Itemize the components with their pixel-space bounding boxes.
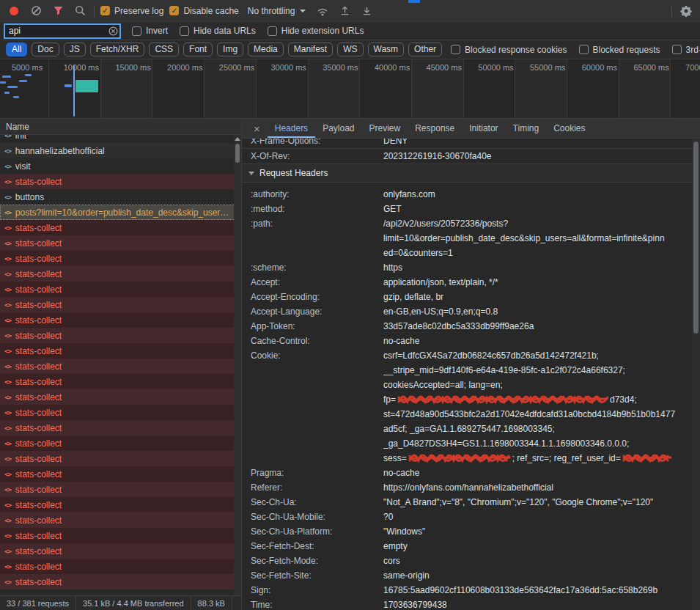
request-row-stats-collect[interactable]: <>stats-collect: [0, 512, 241, 528]
request-list-scrollbar[interactable]: [234, 135, 241, 595]
tab-timing[interactable]: Timing: [506, 119, 547, 138]
details-pane: × HeadersPayloadPreviewResponseInitiator…: [242, 119, 700, 610]
tab-response[interactable]: Response: [408, 119, 462, 138]
request-row-stats-collect[interactable]: <>stats-collect: [0, 359, 241, 374]
tab-headers[interactable]: Headers: [268, 119, 315, 138]
tab-preview[interactable]: Preview: [362, 119, 408, 138]
header-name: Referer:: [242, 480, 383, 495]
clear-filter-icon[interactable]: [108, 26, 118, 36]
type-chip-manifest[interactable]: Manifest: [288, 43, 333, 56]
record-button[interactable]: [6, 2, 22, 20]
request-row-stats-collect[interactable]: <>stats-collect: [0, 482, 241, 497]
timeline-gridline: [204, 59, 205, 118]
request-row-stats-collect[interactable]: <>stats-collect: [0, 420, 241, 436]
details-scrollbar[interactable]: [692, 139, 700, 610]
search-button[interactable]: [72, 2, 88, 20]
type-chip-js[interactable]: JS: [64, 43, 86, 56]
request-row-init[interactable]: <>init: [0, 135, 241, 143]
type-chip-fetch-xhr[interactable]: Fetch/XHR: [90, 43, 145, 56]
header-row-cookie: Cookie:csrf=LdfcGX4Sa72db06824c657db26a5…: [242, 348, 692, 466]
disable-cache-checkbox[interactable]: Disable cache: [169, 6, 238, 16]
network-conditions-button[interactable]: [314, 2, 331, 20]
request-row-stats-collect[interactable]: <>stats-collect: [0, 251, 241, 266]
throttling-dropdown[interactable]: No throttling: [245, 6, 309, 16]
request-row-stats-collect[interactable]: <>stats-collect: [0, 328, 241, 343]
request-row-stats-collect[interactable]: <>stats-collect: [0, 574, 241, 589]
request-row-stats-collect[interactable]: <>stats-collect: [0, 405, 241, 420]
scrollbar-thumb[interactable]: [235, 144, 240, 163]
request-row-buttons[interactable]: <>buttons: [0, 189, 241, 205]
clear-network-log-button[interactable]: [28, 2, 44, 20]
request-row-stats-collect[interactable]: <>stats-collect: [0, 343, 241, 359]
type-chip-css[interactable]: CSS: [149, 43, 179, 56]
request-row-posts-limit-10-order-publish-date-desc-s[interactable]: <>posts?limit=10&order=publish_date_desc…: [0, 205, 241, 220]
header-value: 202312261916-30670fa40e: [383, 149, 692, 163]
type-chip-wasm[interactable]: Wasm: [368, 43, 405, 56]
type-chip-font[interactable]: Font: [183, 43, 213, 56]
tab-initiator[interactable]: Initiator: [462, 119, 505, 138]
header-value: csrf=LdfcGX4Sa72db06824c657db26a5d142472…: [383, 348, 692, 466]
request-row-stats-collect[interactable]: <>stats-collect: [0, 451, 241, 466]
tab-cookies[interactable]: Cookies: [546, 119, 592, 138]
request-name: stats-collect: [15, 346, 229, 356]
scrollbar-thumb[interactable]: [693, 142, 699, 334]
checkbox-hide-data-urls[interactable]: Hide data URLs: [180, 26, 256, 36]
import-har-button[interactable]: [336, 2, 353, 20]
checkbox-box: [268, 26, 277, 36]
timeline-tick-label: 20000 ms: [167, 63, 202, 72]
timeline-gridline: [152, 59, 152, 118]
request-row-stats-collect[interactable]: <>stats-collect: [0, 235, 241, 251]
timeline-waterfall-bar: [7, 86, 18, 88]
checkbox-invert[interactable]: Invert: [132, 26, 168, 36]
type-chip-other[interactable]: Other: [408, 43, 442, 56]
upload-icon: [339, 5, 350, 16]
request-row-stats-collect[interactable]: <>stats-collect: [0, 174, 241, 189]
header-value: onlyfans.com: [383, 187, 692, 202]
checkbox-blocked-response-cookies[interactable]: Blocked response cookies: [451, 45, 567, 55]
type-chip-ws[interactable]: WS: [337, 43, 363, 56]
settings-gear-button[interactable]: [678, 2, 694, 20]
request-row-stats-collect[interactable]: <>stats-collect: [0, 466, 241, 482]
request-row-stats-collect[interactable]: <>stats-collect: [0, 436, 241, 451]
request-row-stats-collect[interactable]: <>stats-collect: [0, 374, 241, 389]
close-details-button[interactable]: ×: [246, 119, 268, 138]
request-row-stats-collect[interactable]: <>stats-collect: [0, 297, 241, 312]
request-row-stats-collect[interactable]: <>stats-collect: [0, 312, 241, 328]
header-row-sec-fetch-mode: Sec-Fetch-Mode:cors: [242, 554, 692, 568]
type-chip-doc[interactable]: Doc: [32, 43, 59, 56]
request-type-icon: <>: [4, 363, 11, 370]
header-row-app-token: App-Token:33d57ade8c02dbc5a333db99ff9ae2…: [242, 319, 692, 334]
header-name: X-Of-Rev:: [242, 149, 383, 163]
preserve-log-checkbox[interactable]: Preserve log: [100, 6, 163, 16]
type-chip-all[interactable]: All: [6, 43, 27, 56]
request-row-stats-collect[interactable]: <>stats-collect: [0, 282, 241, 297]
request-row-stats-collect[interactable]: <>stats-collect: [0, 389, 241, 405]
checkbox-hide-extension-urls[interactable]: Hide extension URLs: [268, 26, 364, 36]
request-row-stats-collect[interactable]: <>stats-collect: [0, 528, 241, 543]
request-type-icon: <>: [4, 147, 11, 155]
request-row-stats-collect[interactable]: <>stats-collect: [0, 266, 241, 282]
timeline-waterfall-bar: [65, 84, 72, 87]
filter-bar: InvertHide data URLsHide extension URLs: [0, 22, 700, 40]
filter-input[interactable]: [4, 24, 120, 38]
scroll-up-arrow-icon[interactable]: [235, 137, 240, 141]
timeline-gridline: [411, 59, 412, 118]
name-column-header[interactable]: Name: [0, 119, 241, 135]
request-row-visit[interactable]: <>visit: [0, 158, 241, 174]
request-row-hannahelizabethofficial[interactable]: <>hannahelizabethofficial: [0, 143, 241, 158]
request-row-stats-collect[interactable]: <>stats-collect: [0, 543, 241, 559]
type-chip-img[interactable]: Img: [217, 43, 243, 56]
request-row-stats-collect[interactable]: <>stats-collect: [0, 220, 241, 235]
export-har-button[interactable]: [358, 2, 375, 20]
filter-button[interactable]: [50, 2, 66, 20]
checkbox-3rd-party-requests[interactable]: 3rd-party requests: [672, 45, 700, 55]
checkbox-blocked-requests[interactable]: Blocked requests: [579, 45, 660, 55]
request-name: stats-collect: [15, 423, 229, 433]
type-chip-media[interactable]: Media: [248, 43, 284, 56]
request-headers-section[interactable]: Request Headers: [242, 164, 692, 183]
tab-payload[interactable]: Payload: [315, 119, 361, 138]
request-row-stats-collect[interactable]: <>stats-collect: [0, 497, 241, 512]
request-row-stats-collect[interactable]: <>stats-collect: [0, 559, 241, 574]
request-name: stats-collect: [15, 392, 229, 403]
timeline-overview[interactable]: 5000 ms10000 ms15000 ms20000 ms25000 ms3…: [0, 59, 700, 119]
